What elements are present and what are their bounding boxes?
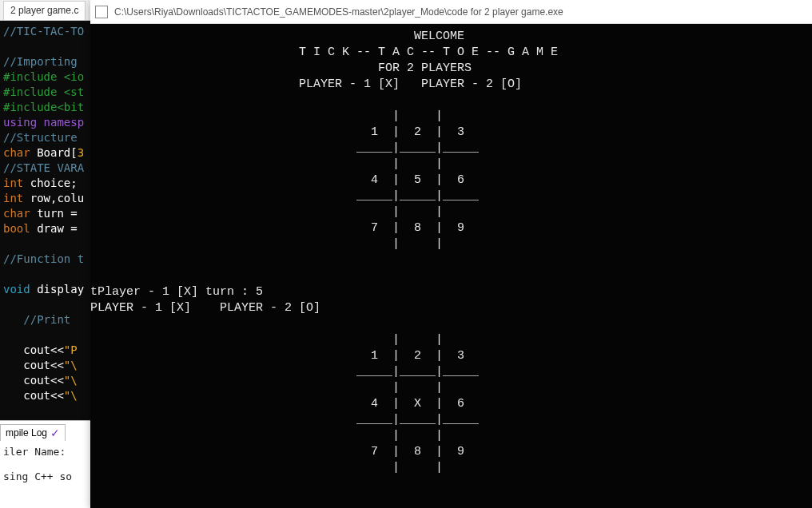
console-title-bar[interactable]: C:\Users\Riya\Downloads\TICTACTOE_GAMEMO… [90, 0, 812, 24]
compiler-name-label: iler Name: [3, 446, 87, 458]
console-output[interactable]: WELCOME T I C K -- T A C -- T O E -- G A… [90, 24, 812, 508]
console-app-icon [95, 6, 108, 18]
ide-tab-active[interactable]: 2 player game.c [3, 1, 86, 20]
compiler-processing-label: sing C++ so [3, 470, 87, 482]
compile-log-label: mpile Log [6, 427, 47, 439]
ide-tab-label: 2 player game.c [10, 5, 78, 16]
compile-log-body: iler Name: sing C++ so [0, 441, 90, 487]
console-title-text: C:\Users\Riya\Downloads\TICTACTOE_GAMEMO… [114, 6, 563, 18]
ide-bottom-panel: mpile Log ✓ iler Name: sing C++ so [0, 420, 90, 508]
checkmark-icon: ✓ [50, 427, 60, 439]
console-window: C:\Users\Riya\Downloads\TICTACTOE_GAMEMO… [90, 0, 812, 508]
compile-log-tab[interactable]: mpile Log ✓ [0, 424, 66, 441]
